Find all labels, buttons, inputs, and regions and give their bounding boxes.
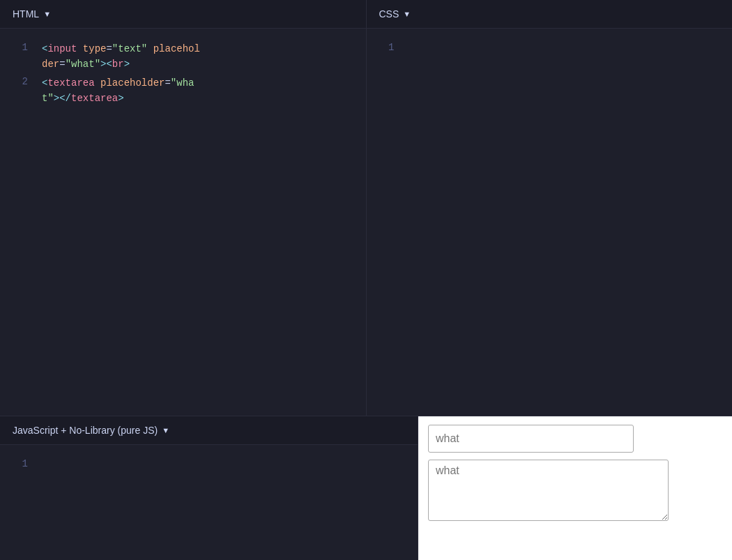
bracket-close-2: ></ <box>54 93 71 104</box>
bracket-close-br: > <box>124 59 130 70</box>
css-code-line-1: 1 <box>367 40 733 54</box>
equals-2: = <box>59 59 65 70</box>
js-line-number-1: 1 <box>0 457 42 469</box>
value-text: "text" <box>112 43 147 54</box>
attr-der: der <box>42 59 59 70</box>
js-code-line-1: 1 <box>0 456 418 471</box>
code-content-1[interactable]: <input type="text" placehol der="what"><… <box>42 41 200 73</box>
code-space-1 <box>77 43 82 54</box>
code-space-3 <box>95 77 100 89</box>
preview-textarea[interactable] <box>428 460 669 521</box>
bottom-area: JavaScript + No-Library (pure JS) ▼ 1 <box>0 416 732 560</box>
js-panel: JavaScript + No-Library (pure JS) ▼ 1 <box>0 416 418 560</box>
css-line-number-1: 1 <box>367 41 409 53</box>
css-code-area[interactable]: 1 <box>367 29 733 416</box>
js-code-area[interactable]: 1 <box>0 445 418 560</box>
value-cont: t"></textarea> <box>42 93 124 104</box>
attr-placeholder-1: placehol <box>153 43 200 54</box>
css-panel: CSS ▼ 1 <box>367 0 733 416</box>
preview-panel <box>418 416 732 560</box>
html-label: HTML <box>13 8 39 20</box>
html-panel-header[interactable]: HTML ▼ <box>0 0 366 29</box>
code-space-2 <box>147 43 153 54</box>
equals-1: = <box>106 43 112 54</box>
bracket-end-2: > <box>118 93 123 104</box>
attr-type: type <box>83 43 107 54</box>
attr-placeholder-cont: der="what"><br> <box>42 59 130 70</box>
attr-placeholder-2: placeholder <box>100 77 165 89</box>
tag-input: input <box>47 43 77 54</box>
tag-br: br <box>112 59 124 70</box>
code-line-1: 1 <input type="text" placehol der="what"… <box>0 40 366 74</box>
preview-input[interactable] <box>428 425 634 453</box>
css-label: CSS <box>379 8 399 20</box>
js-panel-header[interactable]: JavaScript + No-Library (pure JS) ▼ <box>0 416 418 445</box>
value-what-2: "wha <box>171 77 195 89</box>
css-dropdown-arrow[interactable]: ▼ <box>403 10 411 18</box>
tag-textarea-close: textarea <box>71 93 118 104</box>
value-what: "what" <box>66 59 100 70</box>
html-code-area[interactable]: 1 <input type="text" placehol der="what"… <box>0 29 366 416</box>
line-number-1: 1 <box>0 41 42 53</box>
css-panel-header[interactable]: CSS ▼ <box>367 0 733 29</box>
code-line-2: 2 <textarea placeholder="wha t"></textar… <box>0 74 366 108</box>
line-number-2: 2 <box>0 75 42 87</box>
tag-textarea: textarea <box>47 77 94 89</box>
bracket-close-1: >< <box>100 59 112 70</box>
html-dropdown-arrow[interactable]: ▼ <box>43 10 51 18</box>
code-content-2[interactable]: <textarea placeholder="wha t"></textarea… <box>42 75 194 107</box>
value-t: t" <box>42 93 54 104</box>
js-label: JavaScript + No-Library (pure JS) <box>13 425 158 436</box>
html-panel: HTML ▼ 1 <input type="text" placehol der… <box>0 0 367 416</box>
equals-3: = <box>165 77 170 89</box>
js-dropdown-arrow[interactable]: ▼ <box>162 426 169 434</box>
